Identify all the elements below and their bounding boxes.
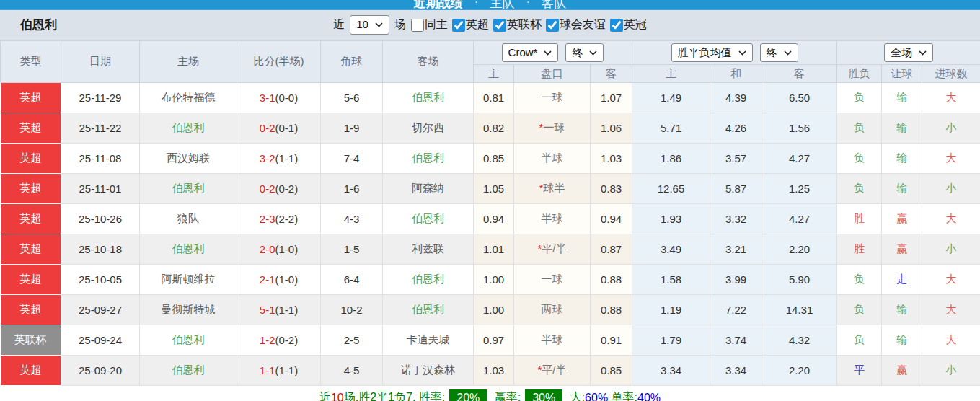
goals-result: 小: [922, 174, 980, 204]
corner-score: 1-6: [321, 174, 383, 204]
avg-lose-odds: 2.20: [762, 234, 837, 265]
home-team: 伯恩利: [140, 113, 237, 144]
spread-result: 输: [882, 325, 922, 356]
handicap-home-odds: 0.85: [474, 144, 514, 174]
league-cell: 英超: [1, 204, 61, 234]
league-cell: 英超: [1, 144, 61, 174]
avg-draw-odds: 3.99: [710, 265, 762, 295]
league-cell: 英联杯: [1, 325, 61, 356]
handicap-away-odds: 0.94: [591, 204, 632, 234]
avg-odds-select-value: 胜平负均值: [678, 46, 732, 60]
score-cell: 5-1(1-1): [237, 295, 321, 325]
bookmaker-select-value: Crow*: [508, 46, 538, 60]
score-cell: 3-1(0-0): [237, 83, 321, 113]
home-team: 狼队: [140, 204, 237, 234]
handicap-line-cell: *平/半: [514, 234, 591, 265]
corner-score: 1-9: [321, 113, 383, 144]
tab-home-team[interactable]: 主队: [490, 0, 515, 10]
away-team: 切尔西: [383, 113, 474, 144]
avg-odds-select[interactable]: 胜平负均值: [671, 43, 753, 63]
league-cell: 英超: [1, 295, 61, 325]
league-filter-checkbox[interactable]: [452, 19, 465, 32]
avg-draw-odds: 4.39: [710, 83, 762, 113]
fulltime-score: 1-2: [260, 334, 275, 346]
match-date: 25-09-20: [61, 356, 140, 386]
league-filter[interactable]: 英联杯: [493, 17, 542, 32]
league-badge: 英超: [1, 113, 61, 143]
match-count-select[interactable]: 10: [350, 15, 389, 35]
bookmaker-time-select[interactable]: 终: [565, 43, 604, 63]
avg-lose-odds: 1.56: [762, 113, 837, 144]
handicap-line: 一球: [542, 91, 563, 103]
league-badge: 英超: [1, 144, 61, 173]
fulltime-score: 1-1: [260, 364, 275, 376]
match-row: 英超 25-11-29 布伦特福德 3-1(0-0) 5-6 伯恩利 0.81 …: [1, 83, 980, 113]
goals-result: 小: [922, 113, 980, 144]
corner-score: 4-5: [321, 356, 383, 386]
chevron-down-icon: [738, 50, 746, 56]
spread-result: 走: [882, 265, 922, 295]
summary-record: 场,胜2平1负7, 胜率:: [344, 390, 445, 401]
league-filter-checkbox[interactable]: [411, 19, 424, 32]
outcome-result: 负: [837, 144, 882, 174]
avg-draw-odds: 3.21: [710, 234, 762, 265]
score-cell: 3-2(1-1): [237, 144, 321, 174]
score-cell: 2-1(1-0): [237, 265, 321, 295]
avg-draw-odds: 5.87: [710, 174, 762, 204]
match-row: 英超 25-10-18 伯恩利 2-0(1-0) 1-5 利兹联 1.01 *平…: [1, 234, 980, 265]
spread-result: 输: [882, 174, 922, 204]
handicap-line-cell: 半球: [514, 204, 591, 234]
handicap-away-odds: 0.85: [591, 356, 632, 386]
summary-bar: 近 10 场,胜2平1负7, 胜率: 20% 赢率: 30% 大: 60% 单率…: [0, 386, 980, 401]
summary-win-rate-badge: 20%: [449, 389, 487, 401]
away-team: 伯恩利: [383, 295, 474, 325]
handicap-away-odds: 0.88: [591, 295, 632, 325]
match-row: 英超 25-11-22 伯恩利 0-2(0-1) 1-9 切尔西 0.82 *一…: [1, 113, 980, 144]
scope-select[interactable]: 全场: [884, 43, 933, 63]
subcol-goals: 进球数: [922, 65, 980, 83]
avg-lose-odds: 4.27: [762, 144, 837, 174]
home-team: 伯恩利: [140, 356, 237, 386]
league-filter[interactable]: 同主: [411, 17, 448, 32]
league-filter-checkbox[interactable]: [546, 19, 559, 32]
summary-near-label: 近: [319, 390, 331, 401]
col-header-type: 类型: [1, 41, 61, 83]
league-cell: 英超: [1, 265, 61, 295]
col-header-score: 比分(半场): [237, 41, 321, 83]
league-filter[interactable]: 球会友谊: [546, 17, 606, 32]
home-team: 伯恩利: [140, 174, 237, 204]
handicap-home-odds: 1.01: [474, 234, 514, 265]
league-cell: 英超: [1, 356, 61, 386]
tab-away-team[interactable]: 客队: [542, 0, 566, 10]
handicap-home-odds: 1.05: [474, 174, 514, 204]
league-cell: 英超: [1, 234, 61, 265]
halftime-score: (0-2): [275, 334, 299, 346]
avg-time-select[interactable]: 终: [760, 43, 798, 63]
league-badge: 英超: [1, 204, 61, 234]
recent-matches-table: 类型 日期 主场 比分(半场) 角球 客场 Crow* 终: [0, 40, 980, 386]
corner-score: 7-4: [321, 144, 383, 174]
league-filter-checkbox[interactable]: [493, 19, 506, 32]
handicap-away-odds: 1.03: [591, 144, 632, 174]
avg-lose-odds: 4.27: [762, 204, 837, 234]
league-filter-checkbox[interactable]: [610, 19, 623, 32]
match-date: 25-10-05: [61, 265, 140, 295]
top-nav-separator: ·: [526, 0, 531, 10]
avg-draw-odds: 3.34: [710, 356, 762, 386]
avg-time-select-value: 终: [767, 46, 777, 60]
spread-result: 输: [882, 144, 922, 174]
top-nav-title: 近期战绩: [414, 0, 463, 10]
spread-result: 赢: [882, 234, 922, 265]
chevron-down-icon: [375, 22, 383, 27]
handicap-line-cell: 一球: [514, 265, 591, 295]
halftime-score: (0-2): [275, 182, 299, 195]
match-date: 25-11-29: [61, 83, 140, 113]
avg-draw-odds: 7.22: [710, 295, 762, 325]
league-filter[interactable]: 英冠: [610, 17, 647, 32]
handicap-home-odds: 0.94: [474, 204, 514, 234]
bookmaker-select[interactable]: Crow*: [502, 43, 559, 63]
away-team: 伯恩利: [383, 83, 474, 113]
league-filter[interactable]: 英超: [452, 17, 489, 32]
avg-draw-odds: 4.26: [710, 113, 762, 144]
outcome-result: 胜: [837, 204, 882, 234]
